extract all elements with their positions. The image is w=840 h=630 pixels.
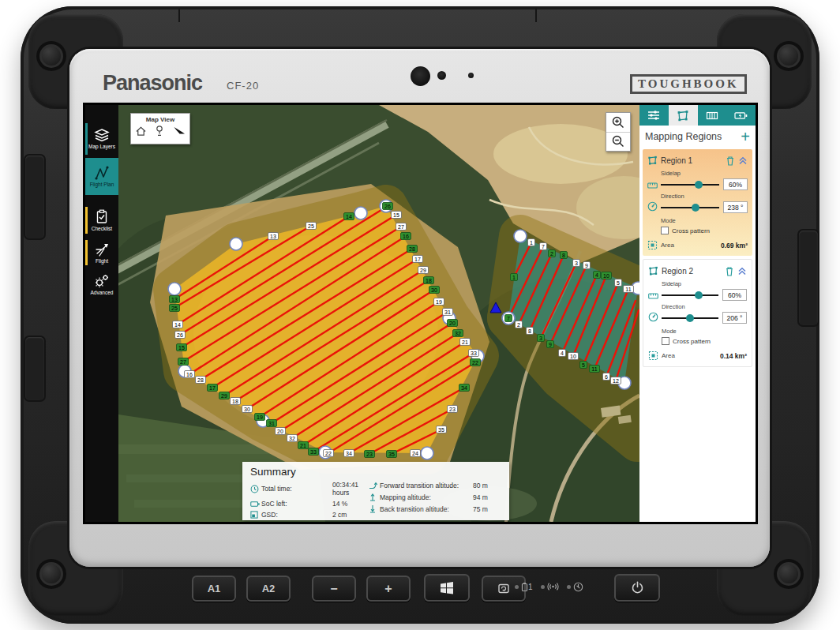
delete-region-icon[interactable] [725,266,734,276]
satellite-basemap: 1313252514142626151527271616282817172929… [118,105,639,522]
sidelap-slider[interactable] [661,184,719,186]
svg-text:28: 28 [409,246,415,252]
sidebar-item-checklist[interactable]: Checklist [85,204,118,237]
power-led-indicator [567,582,583,592]
zoom-out-button[interactable] [606,133,630,152]
svg-text:13: 13 [171,297,178,302]
ruler-icon [647,182,658,189]
sidelap-value[interactable]: 60% [723,178,748,190]
waypoint-vertex[interactable] [514,230,527,242]
tab-settings[interactable] [639,105,669,126]
sidelap-value[interactable]: 60% [722,289,747,301]
back-transition-icon [369,504,377,513]
svg-text:31: 31 [444,309,451,315]
corner-screw [36,41,66,71]
sidebar-item-map-layers[interactable]: Map Layers [85,120,118,158]
svg-text:22: 22 [325,451,332,456]
checkbox-box[interactable] [662,337,669,345]
flight-line-label: 12 [611,377,621,384]
slider-handle[interactable] [692,204,699,212]
hw-button-a2[interactable]: A2 [246,576,291,602]
wireless-led-icon [547,582,559,591]
collapse-chevron-icon[interactable] [738,156,748,165]
flight-line-label: 30 [242,406,253,413]
collapse-chevron-icon[interactable] [737,267,747,276]
svg-text:4: 4 [561,351,564,356]
sidebar-item-flight-plan[interactable]: Flight Plan [85,158,118,195]
corner-screw [774,559,804,589]
svg-text:29: 29 [221,393,227,399]
waypoint-vertex[interactable] [354,207,367,219]
slider-handle[interactable] [695,291,703,299]
tab-camera[interactable] [698,105,727,126]
direction-slider[interactable] [662,317,718,319]
waypoint-vertex[interactable] [230,238,242,250]
direction-value[interactable]: 206 ° [722,312,747,324]
flight-line-label: 14 [344,213,354,220]
svg-text:14: 14 [346,214,352,219]
hw-button-power[interactable] [614,574,660,602]
poi-icon[interactable] [155,125,164,137]
hw-button-volume-up[interactable]: + [366,576,411,602]
sidebar-item-advanced[interactable]: Advanced [85,268,118,300]
flight-line-label: 3 [538,335,545,342]
flight-line-label: 32 [453,330,463,337]
svg-text:20: 20 [277,429,283,434]
summary-row-soc: SoC left: 14 % [250,500,369,508]
power-icon [631,581,644,594]
sidelap-slider[interactable] [662,294,718,296]
flight-line-label: 8 [561,252,568,259]
svg-text:21: 21 [300,443,306,448]
hw-button-volume-down[interactable]: − [312,576,356,602]
flight-line-label: 34 [344,450,354,457]
direction-slider[interactable] [661,207,719,208]
home-icon[interactable] [135,126,147,137]
svg-text:6: 6 [605,374,608,380]
add-region-button[interactable]: + [741,129,750,144]
zoom-in-button[interactable] [606,113,630,133]
map-canvas[interactable]: 1313252514142626151527271616282817172929… [118,105,639,522]
delete-region-icon[interactable] [726,156,735,166]
svg-text:33: 33 [310,449,317,455]
flight-line-label: 34 [459,384,470,392]
slider-handle[interactable] [695,181,703,189]
cross-pattern-checkbox[interactable]: Cross pattern [662,337,747,345]
svg-text:1: 1 [512,275,516,280]
flight-line-label: 30 [429,287,440,294]
svg-text:1: 1 [530,240,533,246]
svg-text:27: 27 [180,359,186,365]
north-arrow-icon[interactable] [173,126,186,137]
microphone-icon [468,73,474,78]
sliders-icon [647,110,660,121]
flight-line-label: 32 [287,435,298,442]
waypoint-vertex[interactable] [168,283,181,295]
tab-mapping-regions[interactable] [669,105,698,126]
svg-text:2: 2 [550,251,553,257]
svg-text:10: 10 [570,354,576,359]
flight-line-label: 23 [448,406,458,413]
region-icon [647,156,658,165]
waypoint-vertex[interactable] [421,447,433,459]
summary-row-gsd: GSD: 2 cm [250,511,369,519]
slider-handle[interactable] [686,314,694,322]
forward-transition-icon [369,481,378,489]
hw-button-windows[interactable] [424,574,470,602]
svg-text:5: 5 [617,280,620,286]
svg-text:23: 23 [366,452,373,457]
flight-plan-panel: Mapping Regions + Region 1 [639,105,756,522]
flight-line-label: 33 [469,350,479,357]
compass-icon [648,312,658,322]
direction-value[interactable]: 238 ° [723,201,748,213]
corner-screw [36,559,66,589]
flight-line-label: 4 [594,272,601,279]
flight-line-label: 1 [511,274,518,281]
sidebar-item-flight[interactable]: Flight [85,237,118,268]
hw-button-a1[interactable]: A1 [192,576,236,602]
tab-battery[interactable] [726,105,756,126]
checkbox-box[interactable] [661,227,669,234]
svg-text:35: 35 [438,427,444,433]
svg-text:33: 33 [471,351,477,356]
cross-pattern-checkbox[interactable]: Cross pattern [661,227,748,234]
summary-row-back-transition: Back transition altitude: 75 m [369,504,501,513]
svg-text:28: 28 [197,377,204,383]
